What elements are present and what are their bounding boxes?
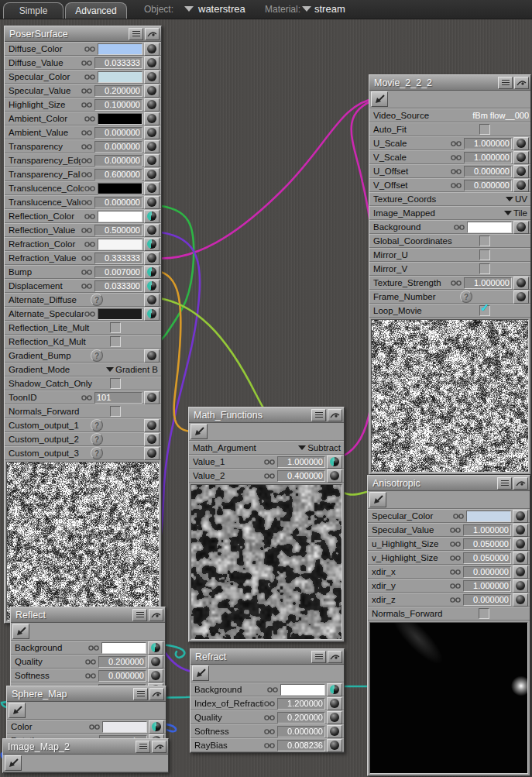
node-header-movie-2-2-2[interactable]: Movie_2_2_2 [369, 75, 530, 91]
checkbox[interactable] [110, 378, 121, 389]
animation-dial-button[interactable] [148, 641, 163, 655]
animation-dial-button[interactable] [148, 655, 163, 669]
animation-dial-button[interactable] [327, 456, 342, 469]
animation-dial-button[interactable] [144, 168, 160, 181]
param-value[interactable]: 0.050000 [463, 552, 511, 564]
animation-dial-button[interactable] [513, 221, 529, 234]
animation-dial-button[interactable] [144, 433, 160, 446]
animation-dial-button[interactable] [327, 725, 342, 738]
animation-dial-button[interactable] [513, 566, 528, 579]
color-swatch[interactable] [98, 211, 142, 222]
checkbox[interactable] [479, 124, 490, 135]
param-value[interactable]: 0.000000 [463, 566, 511, 578]
color-swatch[interactable] [98, 71, 142, 83]
param-value[interactable]: 1.000000 [463, 524, 511, 536]
node-header-sphere-map[interactable]: Sphere_Map [7, 686, 166, 702]
output-plug-button[interactable] [9, 703, 26, 718]
param-value[interactable]: 0.333333 [94, 253, 142, 264]
animation-dial-button[interactable] [144, 294, 160, 307]
unknown-value-icon[interactable]: ? [460, 291, 472, 303]
node-preview-toggle-button[interactable] [152, 741, 166, 753]
animation-dial-button[interactable] [144, 266, 160, 279]
animation-dial-button[interactable] [144, 84, 160, 98]
param-value[interactable]: 1.000000 [464, 152, 512, 163]
animation-dial-button[interactable] [513, 165, 529, 178]
color-swatch[interactable] [101, 642, 146, 654]
animation-dial-button[interactable] [513, 277, 529, 290]
param-value[interactable]: 0.000000 [277, 726, 325, 737]
param-value[interactable]: 1.000000 [464, 138, 512, 150]
color-swatch[interactable] [466, 511, 511, 522]
node-preview-toggle-button[interactable] [514, 77, 529, 89]
node-preview-toggle-button[interactable] [328, 651, 342, 663]
node-header-refract[interactable]: Refract [190, 649, 344, 665]
animation-dial-button[interactable] [144, 126, 160, 139]
animation-dial-button[interactable] [144, 210, 160, 223]
param-value[interactable]: 101 [94, 392, 142, 404]
unknown-value-icon[interactable]: ? [91, 419, 103, 431]
object-dropdown-arrow-icon[interactable] [184, 6, 194, 12]
output-plug-button[interactable] [5, 755, 22, 771]
param-value[interactable]: 1.200000 [277, 698, 325, 710]
param-value[interactable]: 0.500000 [94, 225, 142, 236]
node-menu-button[interactable] [311, 409, 326, 421]
unknown-value-icon[interactable]: ? [91, 294, 103, 306]
material-dropdown-arrow-icon[interactable] [302, 6, 311, 12]
checkbox[interactable] [110, 406, 121, 417]
param-value[interactable]: 0.200000 [94, 85, 142, 97]
dropdown[interactable]: UV [506, 194, 529, 204]
material-dropdown[interactable]: stream [314, 3, 345, 15]
animation-dial-button[interactable] [513, 179, 529, 192]
animation-dial-button[interactable] [327, 697, 342, 710]
animation-dial-button[interactable] [513, 510, 528, 523]
dropdown[interactable]: Subtract [298, 443, 342, 452]
animation-dial-button[interactable] [513, 552, 528, 565]
animation-dial-button[interactable] [144, 70, 160, 84]
param-value[interactable]: 0.000000 [464, 180, 512, 191]
param-value[interactable]: 0.000000 [94, 127, 142, 139]
output-plug-button[interactable] [190, 424, 208, 439]
animation-dial-button[interactable] [144, 98, 160, 112]
tab-simple[interactable]: Simple [3, 2, 63, 19]
param-value[interactable]: 0.050000 [463, 538, 511, 550]
animation-dial-button[interactable] [144, 252, 160, 265]
checkbox[interactable] [479, 263, 490, 274]
param-value[interactable]: 0.000000 [94, 197, 142, 208]
color-swatch[interactable] [98, 183, 142, 194]
param-value[interactable]: 0.000000 [464, 166, 512, 177]
output-plug-button[interactable] [12, 624, 29, 639]
param-value[interactable]: 1.000000 [277, 456, 325, 468]
color-swatch[interactable] [98, 308, 142, 320]
object-dropdown[interactable]: waterstrea [198, 3, 245, 15]
checkbox[interactable] [479, 608, 489, 619]
param-value[interactable]: 0.200000 [277, 712, 325, 724]
param-value[interactable]: 0.033300 [94, 280, 142, 292]
animation-dial-button[interactable] [144, 57, 160, 70]
param-value[interactable]: 0.100000 [94, 99, 142, 111]
wire-movie-to-bump[interactable] [154, 98, 376, 258]
animation-dial-button[interactable] [144, 349, 160, 363]
animation-dial-button[interactable] [144, 112, 160, 125]
param-value[interactable]: 0.600000 [94, 169, 142, 180]
dropdown[interactable]: Tile [504, 208, 529, 218]
param-value[interactable]: 0.000000 [94, 155, 142, 167]
animation-dial-button[interactable] [144, 419, 160, 432]
node-preview-toggle-button[interactable] [149, 688, 164, 700]
animation-dial-button[interactable] [144, 308, 160, 321]
node-preview-toggle-button[interactable] [145, 28, 160, 40]
checkbox[interactable] [479, 249, 490, 260]
animation-dial-button[interactable] [144, 196, 160, 209]
animation-dial-button[interactable] [327, 469, 342, 483]
output-plug-button[interactable] [369, 492, 386, 507]
color-swatch[interactable] [98, 239, 142, 250]
node-header-reflect[interactable]: Reflect [11, 607, 165, 623]
animation-dial-button[interactable] [144, 224, 160, 237]
color-swatch[interactable] [467, 222, 512, 233]
node-preview-toggle-button[interactable] [328, 409, 342, 421]
param-value[interactable]: 0.200000 [98, 656, 146, 668]
animation-dial-button[interactable] [327, 683, 342, 696]
animation-dial-button[interactable] [513, 593, 528, 607]
animation-dial-button[interactable] [327, 739, 342, 752]
animation-dial-button[interactable] [513, 524, 528, 537]
animation-dial-button[interactable] [513, 151, 529, 164]
